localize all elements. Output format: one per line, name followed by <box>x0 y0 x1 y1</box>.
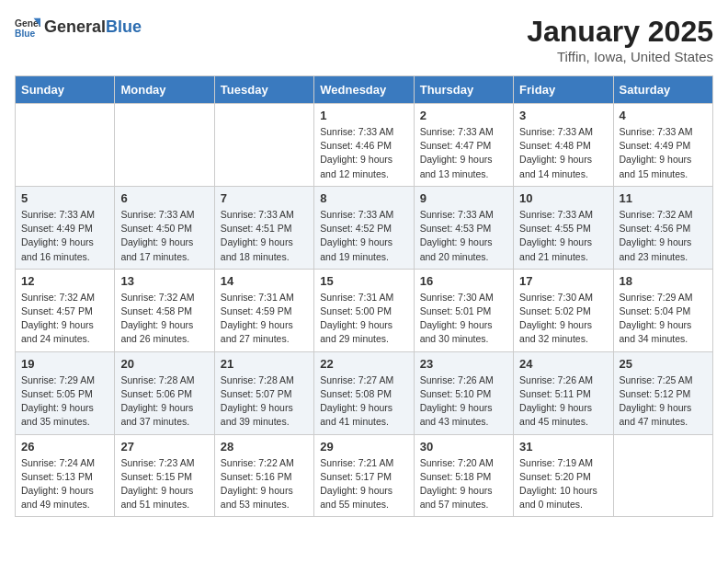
calendar-cell: 7Sunrise: 7:33 AM Sunset: 4:51 PM Daylig… <box>214 186 313 269</box>
day-info: Sunrise: 7:32 AM Sunset: 4:58 PM Dayligh… <box>120 291 208 347</box>
day-header-thursday: Thursday <box>414 76 513 104</box>
day-number: 9 <box>420 191 507 205</box>
calendar-cell <box>16 104 115 187</box>
day-info: Sunrise: 7:31 AM Sunset: 5:00 PM Dayligh… <box>320 291 407 347</box>
calendar-week-row: 5Sunrise: 7:33 AM Sunset: 4:49 PM Daylig… <box>16 186 713 269</box>
day-info: Sunrise: 7:28 AM Sunset: 5:06 PM Dayligh… <box>120 373 208 430</box>
calendar-cell: 30Sunrise: 7:20 AM Sunset: 5:18 PM Dayli… <box>414 434 513 517</box>
calendar-cell: 20Sunrise: 7:28 AM Sunset: 5:06 PM Dayli… <box>115 351 214 434</box>
calendar-cell: 27Sunrise: 7:23 AM Sunset: 5:15 PM Dayli… <box>115 434 214 517</box>
day-info: Sunrise: 7:20 AM Sunset: 5:18 PM Dayligh… <box>420 456 507 512</box>
calendar-cell: 19Sunrise: 7:29 AM Sunset: 5:05 PM Dayli… <box>16 351 115 434</box>
calendar-cell: 15Sunrise: 7:31 AM Sunset: 5:00 PM Dayli… <box>314 269 414 351</box>
calendar-cell: 28Sunrise: 7:22 AM Sunset: 5:16 PM Dayli… <box>214 434 313 517</box>
page-header: General Blue GeneralBlue January 2025 Ti… <box>15 15 713 64</box>
day-number: 30 <box>420 440 507 454</box>
day-number: 23 <box>420 357 507 371</box>
day-number: 13 <box>120 274 208 288</box>
day-number: 2 <box>420 109 507 122</box>
day-number: 11 <box>620 191 707 205</box>
day-number: 7 <box>221 191 308 205</box>
day-info: Sunrise: 7:22 AM Sunset: 5:16 PM Dayligh… <box>221 456 308 512</box>
day-info: Sunrise: 7:30 AM Sunset: 5:02 PM Dayligh… <box>519 291 607 347</box>
day-number: 10 <box>519 191 607 205</box>
calendar-cell: 4Sunrise: 7:33 AM Sunset: 4:49 PM Daylig… <box>613 104 712 187</box>
day-number: 19 <box>21 357 108 371</box>
day-number: 16 <box>420 274 507 288</box>
day-info: Sunrise: 7:33 AM Sunset: 4:51 PM Dayligh… <box>221 208 308 264</box>
calendar-cell: 23Sunrise: 7:26 AM Sunset: 5:10 PM Dayli… <box>414 351 513 434</box>
calendar-cell: 12Sunrise: 7:32 AM Sunset: 4:57 PM Dayli… <box>16 269 115 351</box>
calendar-week-row: 26Sunrise: 7:24 AM Sunset: 5:13 PM Dayli… <box>16 434 713 517</box>
day-header-monday: Monday <box>115 76 214 104</box>
day-number: 4 <box>620 109 707 122</box>
calendar-cell: 26Sunrise: 7:24 AM Sunset: 5:13 PM Dayli… <box>16 434 115 517</box>
day-info: Sunrise: 7:25 AM Sunset: 5:12 PM Dayligh… <box>620 373 707 430</box>
day-info: Sunrise: 7:33 AM Sunset: 4:46 PM Dayligh… <box>320 125 407 181</box>
day-header-tuesday: Tuesday <box>214 76 313 104</box>
calendar-cell: 1Sunrise: 7:33 AM Sunset: 4:46 PM Daylig… <box>314 104 414 187</box>
location-text: Tiffin, Iowa, United States <box>527 49 713 64</box>
day-number: 24 <box>519 357 607 371</box>
month-title: January 2025 <box>527 15 713 49</box>
day-number: 27 <box>120 440 208 454</box>
day-info: Sunrise: 7:33 AM Sunset: 4:49 PM Dayligh… <box>21 208 108 264</box>
calendar-cell: 22Sunrise: 7:27 AM Sunset: 5:08 PM Dayli… <box>314 351 414 434</box>
day-number: 5 <box>21 191 108 205</box>
calendar-cell: 14Sunrise: 7:31 AM Sunset: 4:59 PM Dayli… <box>214 269 313 351</box>
day-info: Sunrise: 7:29 AM Sunset: 5:04 PM Dayligh… <box>620 291 707 347</box>
day-info: Sunrise: 7:31 AM Sunset: 4:59 PM Dayligh… <box>221 291 308 347</box>
calendar-cell: 25Sunrise: 7:25 AM Sunset: 5:12 PM Dayli… <box>613 351 712 434</box>
calendar-cell: 29Sunrise: 7:21 AM Sunset: 5:17 PM Dayli… <box>314 434 414 517</box>
day-header-saturday: Saturday <box>613 76 712 104</box>
day-info: Sunrise: 7:28 AM Sunset: 5:07 PM Dayligh… <box>221 373 308 430</box>
svg-text:Blue: Blue <box>15 29 36 39</box>
day-info: Sunrise: 7:33 AM Sunset: 4:52 PM Dayligh… <box>320 208 407 264</box>
calendar-cell: 21Sunrise: 7:28 AM Sunset: 5:07 PM Dayli… <box>214 351 313 434</box>
calendar-week-row: 12Sunrise: 7:32 AM Sunset: 4:57 PM Dayli… <box>16 269 713 351</box>
day-info: Sunrise: 7:33 AM Sunset: 4:48 PM Dayligh… <box>519 125 607 181</box>
day-info: Sunrise: 7:21 AM Sunset: 5:17 PM Dayligh… <box>320 456 407 512</box>
calendar-header-row: SundayMondayTuesdayWednesdayThursdayFrid… <box>16 76 713 104</box>
calendar-week-row: 1Sunrise: 7:33 AM Sunset: 4:46 PM Daylig… <box>16 104 713 187</box>
calendar-cell: 18Sunrise: 7:29 AM Sunset: 5:04 PM Dayli… <box>613 269 712 351</box>
calendar-cell: 2Sunrise: 7:33 AM Sunset: 4:47 PM Daylig… <box>414 104 513 187</box>
day-info: Sunrise: 7:27 AM Sunset: 5:08 PM Dayligh… <box>320 373 407 430</box>
day-number: 3 <box>519 109 607 122</box>
calendar-cell: 16Sunrise: 7:30 AM Sunset: 5:01 PM Dayli… <box>414 269 513 351</box>
day-number: 12 <box>21 274 108 288</box>
calendar-cell: 3Sunrise: 7:33 AM Sunset: 4:48 PM Daylig… <box>514 104 613 187</box>
day-info: Sunrise: 7:26 AM Sunset: 5:11 PM Dayligh… <box>519 373 607 430</box>
calendar-cell: 11Sunrise: 7:32 AM Sunset: 4:56 PM Dayli… <box>613 186 712 269</box>
logo-icon: General Blue <box>15 15 40 40</box>
calendar-cell <box>613 434 712 517</box>
calendar-cell: 13Sunrise: 7:32 AM Sunset: 4:58 PM Dayli… <box>115 269 214 351</box>
calendar-cell: 31Sunrise: 7:19 AM Sunset: 5:20 PM Dayli… <box>514 434 613 517</box>
day-number: 26 <box>21 440 108 454</box>
day-number: 18 <box>620 274 707 288</box>
day-info: Sunrise: 7:29 AM Sunset: 5:05 PM Dayligh… <box>21 373 108 430</box>
day-info: Sunrise: 7:24 AM Sunset: 5:13 PM Dayligh… <box>21 456 108 512</box>
calendar-cell: 9Sunrise: 7:33 AM Sunset: 4:53 PM Daylig… <box>414 186 513 269</box>
logo: General Blue GeneralBlue <box>15 15 142 40</box>
day-number: 6 <box>120 191 208 205</box>
day-header-friday: Friday <box>514 76 613 104</box>
day-info: Sunrise: 7:30 AM Sunset: 5:01 PM Dayligh… <box>420 291 507 347</box>
day-info: Sunrise: 7:33 AM Sunset: 4:47 PM Dayligh… <box>420 125 507 181</box>
day-info: Sunrise: 7:33 AM Sunset: 4:55 PM Dayligh… <box>519 208 607 264</box>
day-number: 22 <box>320 357 407 371</box>
day-info: Sunrise: 7:19 AM Sunset: 5:20 PM Dayligh… <box>519 456 607 512</box>
day-number: 8 <box>320 191 407 205</box>
day-number: 15 <box>320 274 407 288</box>
calendar-cell <box>115 104 214 187</box>
day-number: 28 <box>221 440 308 454</box>
calendar-cell <box>214 104 313 187</box>
calendar-cell: 5Sunrise: 7:33 AM Sunset: 4:49 PM Daylig… <box>16 186 115 269</box>
logo-blue-text: Blue <box>106 17 142 36</box>
day-info: Sunrise: 7:33 AM Sunset: 4:50 PM Dayligh… <box>120 208 208 264</box>
calendar-table: SundayMondayTuesdayWednesdayThursdayFrid… <box>15 75 713 517</box>
day-info: Sunrise: 7:33 AM Sunset: 4:53 PM Dayligh… <box>420 208 507 264</box>
day-number: 14 <box>221 274 308 288</box>
day-number: 25 <box>620 357 707 371</box>
day-info: Sunrise: 7:32 AM Sunset: 4:57 PM Dayligh… <box>21 291 108 347</box>
